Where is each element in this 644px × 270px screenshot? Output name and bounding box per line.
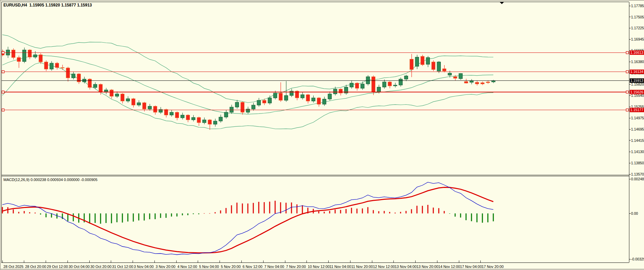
candle: [137, 103, 141, 105]
candle: [230, 107, 234, 112]
date-label: 12 Nov 12:00: [373, 265, 395, 269]
macd-histogram-bar: [155, 213, 156, 219]
line-handle-right[interactable]: [626, 91, 629, 93]
macd-histogram-bar: [438, 208, 439, 214]
candle: [39, 55, 43, 62]
macd-histogram-bar: [258, 202, 259, 213]
macd-histogram-bar: [237, 202, 238, 213]
price-tick-label: 1.14975: [631, 116, 644, 120]
candle: [12, 50, 15, 58]
candle: [481, 83, 484, 84]
candle: [453, 77, 457, 78]
macd-histogram-bar: [329, 211, 330, 213]
candle: [404, 76, 408, 79]
macd-tick-label: 0.00: [631, 211, 638, 215]
candle: [61, 68, 64, 68]
line-handle-left[interactable]: [2, 71, 4, 73]
candle: [328, 94, 332, 99]
candle: [44, 62, 48, 69]
sr-price-tag-label: 1.15177: [630, 108, 643, 112]
candle: [110, 90, 114, 96]
candle: [361, 84, 364, 88]
chart-canvas[interactable]: 1.177851.175051.172251.169451.166651.163…: [1, 1, 644, 270]
date-label: 7 Nov 20:00: [286, 265, 306, 269]
candle: [437, 62, 441, 71]
macd-histogram-bar: [395, 213, 396, 213]
candle: [355, 83, 359, 88]
macd-histogram-bar: [18, 212, 19, 214]
candle: [164, 109, 168, 115]
candle: [459, 74, 463, 79]
candle: [88, 79, 92, 88]
macd-histogram-bar: [40, 213, 41, 214]
candle: [28, 50, 32, 57]
symbol-quote-header: EURUSD,H4 1.15905 1.15920 1.15877 1.1591…: [3, 3, 92, 7]
macd-histogram-bar: [73, 213, 74, 221]
candle: [50, 63, 54, 69]
macd-histogram-bar: [149, 213, 150, 219]
macd-histogram-bar: [128, 213, 129, 222]
line-handle-left[interactable]: [2, 109, 4, 111]
candle: [132, 99, 135, 105]
line-handle-left[interactable]: [2, 91, 4, 93]
macd-histogram-bar: [280, 202, 281, 213]
date-label: 4 Nov 12:00: [177, 265, 197, 269]
sr-price-tag-label: 1.16134: [630, 70, 643, 74]
macd-histogram-bar: [51, 213, 52, 217]
candle: [93, 84, 97, 87]
candle: [115, 94, 119, 96]
candle: [448, 73, 452, 75]
price-tick-label: 1.16380: [631, 60, 644, 64]
macd-histogram-bar: [166, 213, 167, 218]
macd-histogram-bar: [171, 213, 172, 216]
candle: [410, 59, 414, 70]
macd-histogram-bar: [62, 213, 63, 219]
candle: [377, 87, 381, 92]
macd-histogram-bar: [286, 203, 287, 213]
chart-background: [1, 1, 644, 270]
macd-histogram-bar: [428, 205, 429, 213]
line-handle-left[interactable]: [2, 51, 4, 54]
candle: [323, 99, 326, 104]
price-tick-label: 1.13850: [631, 161, 644, 165]
candle: [339, 89, 343, 93]
macd-histogram-bar: [198, 213, 199, 214]
macd-histogram-bar: [411, 209, 412, 213]
price-tick-label: 1.17225: [631, 26, 644, 30]
macd-histogram-bar: [373, 210, 374, 213]
macd-histogram-bar: [133, 213, 134, 222]
candle: [55, 63, 59, 68]
candle: [72, 74, 75, 78]
date-label: 17 Nov 20:00: [482, 265, 504, 269]
macd-histogram-bar: [335, 210, 336, 213]
candle: [246, 109, 250, 112]
candle: [203, 120, 206, 123]
macd-tick-label: 0.002486: [631, 177, 644, 181]
macd-histogram-bar: [433, 208, 434, 213]
date-label: 13 Nov 04:00: [395, 265, 417, 269]
macd-histogram-bar: [389, 212, 390, 213]
date-label: 11 Nov 04:00: [330, 265, 351, 269]
macd-histogram-bar: [242, 204, 243, 213]
macd-histogram-bar: [46, 213, 47, 217]
candle: [66, 68, 70, 78]
line-handle-right[interactable]: [626, 71, 629, 73]
chart-window: 1.177851.175051.172251.169451.166651.163…: [0, 0, 644, 270]
macd-histogram-bar: [357, 209, 358, 213]
line-handle-right[interactable]: [626, 109, 629, 111]
macd-histogram-bar: [406, 211, 407, 213]
macd-histogram-bar: [275, 201, 276, 213]
macd-histogram-bar: [297, 205, 298, 214]
macd-histogram-bar: [13, 209, 14, 213]
candle: [197, 118, 201, 123]
line-handle-right[interactable]: [626, 51, 629, 54]
candle: [421, 56, 424, 65]
date-label: 6 Nov 12:00: [242, 265, 262, 269]
price-tick-label: 1.13570: [631, 172, 644, 176]
macd-histogram-bar: [477, 213, 478, 222]
candle: [175, 112, 179, 118]
macd-histogram-bar: [417, 206, 418, 214]
macd-histogram-bar: [231, 205, 232, 213]
macd-histogram-bar: [100, 213, 101, 224]
macd-histogram-bar: [182, 213, 183, 215]
